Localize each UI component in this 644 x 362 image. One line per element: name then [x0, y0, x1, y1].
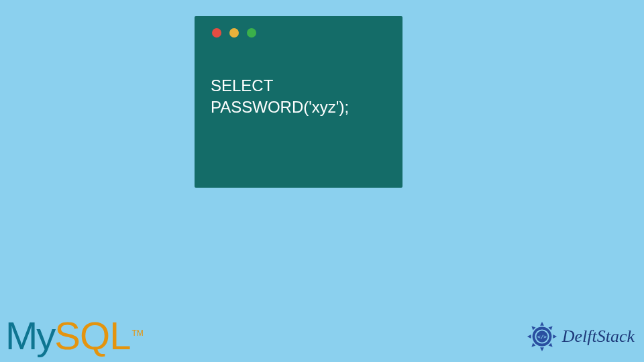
window-traffic-lights	[195, 16, 402, 38]
svg-marker-4	[540, 347, 544, 351]
close-icon	[212, 28, 221, 38]
mysql-logo-sql: SQL	[54, 313, 130, 358]
code-content: SELECT PASSWORD('xyz');	[195, 38, 402, 119]
maximize-icon	[247, 28, 256, 38]
code-window: SELECT PASSWORD('xyz');	[195, 16, 402, 188]
delftstack-badge-icon: </>	[526, 320, 558, 353]
svg-marker-7	[530, 324, 535, 330]
delftstack-text: DelftStack	[562, 326, 635, 347]
svg-marker-1	[548, 324, 553, 330]
svg-marker-3	[548, 343, 553, 349]
svg-marker-6	[527, 335, 531, 339]
mysql-logo: MySQLTM	[5, 313, 144, 358]
code-line-1: SELECT	[211, 76, 273, 95]
delftstack-logo: </> DelftStack	[526, 320, 635, 353]
svg-marker-0	[540, 322, 544, 326]
mysql-logo-my: My	[5, 313, 54, 358]
svg-marker-2	[553, 335, 557, 339]
svg-text:</>: </>	[537, 334, 547, 340]
mysql-logo-tm: TM	[131, 328, 143, 338]
svg-marker-5	[530, 343, 535, 349]
minimize-icon	[229, 28, 239, 38]
code-line-2: PASSWORD('xyz');	[211, 98, 349, 116]
